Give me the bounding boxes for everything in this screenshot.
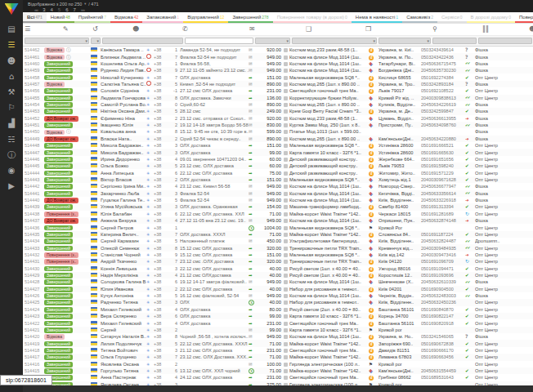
- table-row[interactable]: 514426ЗавершенийКучук Антоніна✳+38516.12…: [23, 292, 533, 299]
- tab-5[interactable]: Відправлений12: [183, 12, 228, 23]
- table-row[interactable]: 514450ВідмоваⓘКовальова анна✳+38815.12. …: [23, 128, 533, 135]
- table-row[interactable]: 514431Повернення (з..Андрій Ткаченко✳+38…: [23, 258, 533, 265]
- table-row[interactable]: 514459ЗавершенийРуденко Лидия Пав..+3892…: [23, 67, 533, 74]
- statistics-icon[interactable]: ▟: [3, 117, 20, 130]
- table-row[interactable]: 514439ЗавершенийУляна Мусійовська✳+383ОЛ…: [23, 203, 533, 210]
- table-row[interactable]: 514422ЗавершенийМихаил Гилевский✳+384ОЛХ…: [23, 319, 533, 326]
- table-row[interactable]: 514433ЗавершенийОлексій Семенюк✳+38815.1…: [23, 244, 533, 251]
- tab-10[interactable]: Сервіси0: [437, 12, 467, 23]
- table-row[interactable]: 514432Повернення (з..Станіслав Чорний✳+3…: [23, 252, 533, 258]
- table-row[interactable]: 514421ЗавершенийСергей✳+382✉99.00Карта п…: [23, 327, 533, 333]
- table-row[interactable]: 514427ЗавершенийЮлия Иванова✳+38222.12 с…: [23, 286, 533, 292]
- app-logo[interactable]: [5, 3, 19, 15]
- edit-column-icon[interactable]: ✎: [63, 25, 69, 33]
- table-row[interactable]: 514429ЗавершенийНадія Мерзлікіна✳+38421.…: [23, 272, 533, 278]
- table-row[interactable]: 514424ЗавершенийМихаил Гилевский✳+384ОЛХ…: [23, 306, 533, 313]
- table-row[interactable]: 514415ЗавершенийГоргулько Тетяна✳+38613.…: [23, 368, 533, 374]
- table-row[interactable]: 514456ЗавершенийСоломія Сідоніна✳+38-127…: [23, 87, 533, 94]
- first-page-button[interactable]: ««: [34, 7, 38, 12]
- orders-list-icon[interactable]: ☰: [3, 38, 20, 51]
- table-row[interactable]: 514452ДО Возврат ож.Єфименко Ніна✳+38223…: [23, 115, 533, 122]
- table-row[interactable]: 514425ЗавершенийРадченко Тетяна✳+383ОЛХ$…: [23, 299, 533, 305]
- theme-icon[interactable]: ◉: [3, 164, 20, 177]
- table-row[interactable]: 514447ЗавершенийМикола Бадражан..✳+383ОЛ…: [23, 149, 533, 155]
- filter-input-6[interactable]: ▼: [378, 38, 431, 44]
- table-row[interactable]: 514460ЗавершенийКошелева Ольга Ар..✳+381…: [23, 60, 533, 67]
- filter-input-1[interactable]: ▼: [91, 38, 101, 44]
- info-icon[interactable]: ⓘ: [66, 47, 71, 52]
- table-row[interactable]: 514418ЗавершенийТетяна Войтович✳+38321.1…: [23, 347, 533, 354]
- table-row[interactable]: 514454ЗавершенийСамотій Руслана Во..✳+38…: [23, 101, 533, 108]
- tab-6[interactable]: Завершений278: [228, 12, 272, 23]
- tab-11[interactable]: В дорозі додому0: [467, 12, 515, 23]
- phone-column-icon[interactable]: ✆: [182, 25, 188, 33]
- tab-8[interactable]: Нема в наявності1: [352, 12, 402, 23]
- tab-9[interactable]: Самовивіз2: [402, 12, 437, 23]
- filter-input-8[interactable]: [478, 38, 532, 44]
- page-button-5[interactable]: 5: [58, 7, 60, 12]
- table-row[interactable]: 514442ЗавершенийСергіонко Ірина Ми..✳+38…: [23, 183, 533, 189]
- table-row[interactable]: 514414ЗавершенийАнна Пастернак✳+38424.12…: [23, 374, 533, 381]
- video-tutorials-icon[interactable]: ▶: [3, 180, 20, 193]
- filter-input-7[interactable]: [432, 38, 477, 44]
- table-row[interactable]: 514458ЗавершенийНиколай Кучеренко✳+387ОЛ…: [23, 74, 533, 80]
- filter-input-2[interactable]: [102, 38, 183, 44]
- table-row[interactable]: 514423ЗавершенийВера Скляренко✳+386ОЛХ д…: [23, 313, 533, 319]
- campaigns-icon[interactable]: ⚐: [3, 101, 20, 114]
- table-row[interactable]: 514443ЗавершенийВіктор Власов✳+382ОЛХ до…: [23, 176, 533, 183]
- callback-column-icon[interactable]: ↺: [92, 25, 98, 33]
- filter-input-5[interactable]: ▼: [292, 38, 377, 44]
- tab-2[interactable]: Прийнятий7: [74, 12, 110, 23]
- comment-column-icon[interactable]: ✉: [249, 25, 255, 33]
- filter-input-0[interactable]: ▼: [25, 38, 89, 44]
- table-row[interactable]: 514420ВідмоваСитарчук Наталія В..✳+388Чо…: [23, 333, 533, 340]
- id-card-icon[interactable]: ▤: [3, 23, 20, 36]
- ttn-column-icon[interactable]: ‖‖: [482, 25, 489, 33]
- manager-column-icon[interactable]: ☻: [529, 25, 533, 33]
- table-row[interactable]: 514449ДО Возврат ож.Власюк Ната..✳+382Сі…: [23, 136, 533, 142]
- tab-12[interactable]: Повернений4: [515, 12, 533, 23]
- table-row[interactable]: 514434ЗавершенийСергей Кармазин✳+385Нало…: [23, 238, 533, 244]
- tab-7[interactable]: Повернення товару (в дорозі)0: [273, 12, 352, 23]
- table-row[interactable]: 514462ВідмоваⓘКанівська Тамара ..✳+381Ла…: [23, 47, 533, 53]
- page-button-3[interactable]: 3: [43, 7, 45, 12]
- clients-icon[interactable]: ☻: [3, 55, 20, 68]
- table-row[interactable]: 514436ЗавершенийСергей Петров✳+381$1004.…: [23, 224, 533, 230]
- tab-3[interactable]: Відмова42: [110, 12, 142, 23]
- last-page-button[interactable]: »»: [81, 7, 84, 12]
- table-row[interactable]: 514428ЗавершенийСолодкова Галина В..✳+38…: [23, 278, 533, 285]
- purchases-icon[interactable]: ⚒: [3, 86, 20, 99]
- table-row[interactable]: 514444ЗавершенийАнна Липецька✳+38622.12 …: [23, 169, 533, 176]
- table-row[interactable]: 514440ДО Возврат ож.Гуцалюк Галина Те..✳…: [23, 197, 533, 203]
- status-column-icon[interactable]: ☰: [25, 25, 30, 33]
- table-row[interactable]: 514446ЗавершенийИрина Дидоренко✳+38409.0…: [23, 156, 533, 163]
- page-button-6[interactable]: 6: [65, 7, 68, 12]
- tab-1[interactable]: Новий48: [47, 12, 74, 23]
- page-button-7[interactable]: 7: [74, 7, 76, 12]
- product-column-icon[interactable]: ❒: [365, 25, 371, 33]
- table-row[interactable]: 514416ЗавершенийЯковлева Оксана✳+382✉100…: [23, 361, 533, 368]
- info-icon[interactable]: ⓘ: [3, 149, 20, 162]
- payment-column-icon[interactable]: ❑: [306, 25, 311, 33]
- tab-4[interactable]: Запакований1: [142, 12, 183, 23]
- table-row[interactable]: 514417ЗавершенийОльга Глущенко✳+38723.12…: [23, 354, 533, 360]
- filter-input-4[interactable]: ▼: [255, 38, 290, 44]
- table-row[interactable]: 514438Повернення (з..Юлія Балабан✳+38622…: [23, 211, 533, 217]
- table-row[interactable]: 514419ЗавершенийЛилия Подолянчук✳+38522.…: [23, 340, 533, 346]
- address-column-icon[interactable]: ⚲: [432, 25, 437, 33]
- table-row[interactable]: 514453ЗавершенийНікітіна Оксана Дми..✳+3…: [23, 108, 533, 114]
- clients-column-icon[interactable]: ☻: [132, 25, 139, 33]
- warehouse-icon[interactable]: ⌂: [3, 70, 20, 83]
- page-button-4[interactable]: 4: [50, 7, 52, 12]
- table-row[interactable]: 514430ЗавершенийКсенія Левицька✳+38322.1…: [23, 265, 533, 272]
- table-row[interactable]: 514445ЗавершенийОльга Божко✳+38523.12 см…: [23, 163, 533, 169]
- filter-input-3[interactable]: [185, 38, 253, 44]
- table-row[interactable]: 514457ВідмоваСалєгіна Татьяна С..+385Кем…: [23, 81, 533, 87]
- table-row[interactable]: 514461ВідмоваⓘБлизнюк Людмила ..+387Фиал…: [23, 53, 533, 60]
- table-row[interactable]: 514437ДО Возврат ож.Анжела Безрука✳+3842…: [23, 217, 533, 224]
- settings-sliders-icon[interactable]: ☵: [3, 133, 20, 146]
- table-row[interactable]: 514451ЗавершенийІващенко Юлія✳+38219.12 …: [23, 122, 533, 128]
- table-row[interactable]: 514435ЗавершенийКатерина Велич..✳+387ОЛХ…: [23, 231, 533, 238]
- table-row[interactable]: 514448ЗавершенийМикола Бадражан..✳+383ОЛ…: [23, 142, 533, 149]
- table-row[interactable]: 514441ЗавершенийЗахарченко Люба✳+383Фиал…: [23, 190, 533, 197]
